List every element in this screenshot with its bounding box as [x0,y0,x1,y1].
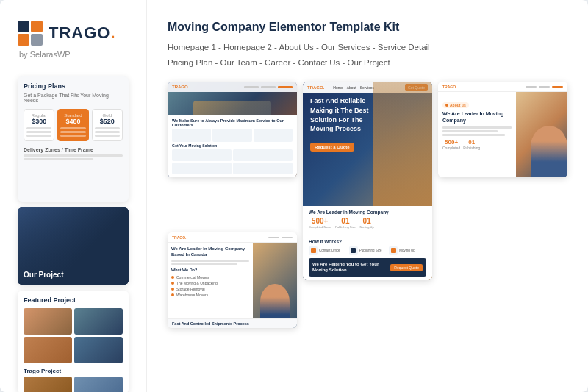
fp-bottom-item-1 [24,377,72,392]
pricing-preview-card[interactable]: Pricing Plans Get a Package That Fits Yo… [18,76,129,202]
a2-features: Commercial Movers The Moving & Unpacking… [171,275,249,297]
hero-content: Fast And Reliable Making it The Best Sol… [310,96,373,151]
fp-bottom: Trago Project [24,368,123,392]
nav-line-2: Pricing Plan - Our Team - Career - Conta… [168,55,567,71]
about-nav-3 [552,86,563,88]
about-text-lines [442,126,512,136]
fp-item-1 [24,308,72,335]
solution-grid [172,149,293,174]
a2-line-2 [171,263,237,265]
service-section-title: We Make Sure to Always Provide Maximum S… [172,118,293,127]
logo-area: TRAGO. [18,21,116,46]
hero-cta-btn[interactable]: Request a Quote [310,143,354,152]
fp-item-4 [74,337,123,363]
about2-mockup[interactable]: TRAGO. We Are Leader In Moving Company B… [168,232,297,328]
a2-top-nav [268,237,293,238]
service-mockup[interactable]: TRAGO. Our Service We Make Sure to Alway… [168,82,297,177]
step-3-icon-shape [391,248,396,253]
hero-nav-home: Home [333,85,343,90]
a2-nav-2 [282,237,293,238]
hero-nav: Home About Services [333,85,374,90]
svc-icon-2 [212,129,251,142]
hw-cta-box: We Are Helping You to Get Your Moving So… [309,258,426,277]
a2-feature-1: Commercial Movers [171,275,249,279]
what-we-do-label: What We Do? [171,268,249,272]
a2-feature-4: Warehouse Movers [171,293,249,297]
how-works-title: How It Works? [309,239,426,244]
right-panel: Moving Company Elementor Template Kit Ho… [147,0,588,392]
hero-title: Fast And Reliable Making it The Best Sol… [310,96,373,133]
zone-bar [24,154,123,157]
about-left: About us We Are Leader In Moving Company… [438,92,516,177]
fp-item-2 [74,308,123,335]
preview-grid: TRAGO. Our Service We Make Sure to Alway… [168,82,567,377]
moving-solution-title: Got Your Moving Solution [172,143,293,148]
service-top-bar: TRAGO. [168,82,297,92]
project-preview-card[interactable]: Our Project [18,207,129,285]
about-top-bar: TRAGO. [438,82,567,92]
stat-1-label: Completed Move [309,225,331,229]
brand-name-text: TRAGO [49,24,110,42]
pricing-title: Pricing Plans [24,82,123,90]
a2-title: We Are Leader In Moving Company Based In… [171,246,249,258]
service-topbar-logo: TRAGO. [172,85,189,89]
step-3-icon [389,246,398,255]
hero-bottom-section: We Are Leader in Moving Company 500+ Com… [303,206,432,281]
about-nav-1 [526,86,537,88]
hw-cta-button[interactable]: Request Quote [390,264,423,271]
pkg-standard: Standard $480 [57,109,88,141]
nav-dot-2 [261,86,276,88]
stat-num-1: 500+ [442,139,460,146]
kit-title: Moving Company Elementor Template Kit [168,21,567,34]
sol-item-4 [233,163,293,174]
a2-text-lines [171,260,249,265]
a2-right [253,243,297,328]
feat-text-1: Commercial Movers [176,275,209,279]
top-bar-dots [244,86,293,88]
about-mockup[interactable]: TRAGO. About us We Are Leader In Moving … [438,82,567,177]
fp-grid [24,308,123,363]
about-nav-2 [539,86,550,88]
hero-logo: TRAGO. [307,85,324,90]
about-stat-1: 500+ Completed [442,139,460,150]
left-panel: TRAGO. by SelarasWP Pricing Plans Get a … [0,0,147,392]
fp-bottom-item-2 [74,377,123,392]
featured-project-card[interactable]: Featured Project Trago Project [18,291,129,392]
feat-text-2: The Moving & Unpacking [176,281,218,285]
nav-line-1: Homepage 1 - Homepage 2 - About Us - Our… [168,40,567,55]
about-line-3 [442,134,505,136]
hero-nav-about: About [347,85,356,90]
delivery-zones: Delivery Zones / Time Frame [24,147,123,152]
service-cards-area: We Make Sure to Always Provide Maximum S… [168,115,297,177]
fp-bottom-grid [24,377,123,392]
feat-dot-3 [171,288,174,291]
nav-links: Homepage 1 - Homepage 2 - About Us - Our… [168,40,567,70]
feat-text-3: Storage Removal [176,287,205,291]
a2-feature-2: The Moving & Unpacking [171,281,249,285]
stat-2: 01 Publishing Size [335,217,355,229]
stat-2-label: Publishing Size [335,225,355,229]
how-steps-row: Contact Office Publishing Size [309,246,426,255]
fp-title: Featured Project [24,296,123,304]
stat-3-label: Moving Up [360,225,374,229]
fp-item-3 [24,337,72,363]
sol-item-2 [233,149,293,161]
stat-num-2: 01 [463,139,480,146]
feat-dot-2 [171,282,174,285]
preview-cards: Pricing Plans Get a Package That Fits Yo… [18,76,129,392]
about-heading: We Are Leader In Moving Company [442,110,512,124]
pkg-regular: Regular $300 [24,109,54,141]
leader-title: We Are Leader in Moving Company [309,210,426,215]
a2-bg [253,243,297,328]
hero-mockup[interactable]: TRAGO. Home About Services Get Quote Fas… [303,82,432,280]
step-2-label: Publishing Size [359,249,382,252]
stat-3: 01 Moving Up [360,217,374,229]
step-3-label: Moving Up [399,249,415,252]
fp-bottom-title: Trago Project [24,368,123,374]
main-container: TRAGO. by SelarasWP Pricing Plans Get a … [0,0,588,392]
stats-row: 500+ Completed Move 01 Publishing Size 0… [309,217,426,229]
a2-top-bar: TRAGO. [168,232,297,243]
stat-3-num: 01 [360,217,374,225]
stat-2-num: 01 [335,217,355,225]
hw-cta-text: We Are Helping You to Get Your Moving So… [312,262,386,274]
